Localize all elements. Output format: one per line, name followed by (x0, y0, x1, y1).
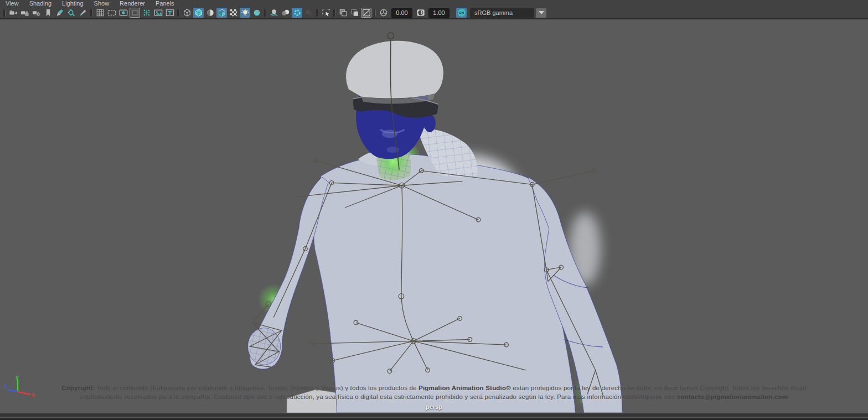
toolbar-separator (316, 9, 318, 17)
depth-of-field-icon[interactable] (280, 8, 291, 18)
menu-shading[interactable]: Shading (29, 0, 51, 7)
xray-active-icon[interactable] (349, 8, 360, 18)
view-transform-dropdown[interactable]: sRGB gamma (470, 8, 534, 18)
isolate-select-icon[interactable] (321, 8, 331, 18)
shadows-icon[interactable] (251, 8, 262, 18)
gate-mask-icon[interactable] (130, 8, 140, 18)
grease-pencil-icon[interactable] (54, 8, 65, 18)
exposure-field[interactable] (391, 8, 412, 18)
lighting-icon[interactable] (240, 8, 250, 18)
image-plane-icon[interactable] (153, 8, 163, 18)
screen-space-ao-icon[interactable] (268, 8, 279, 18)
flat-shade-icon[interactable] (205, 8, 215, 18)
anti-aliasing-icon[interactable] (292, 8, 302, 18)
camera-name-label: persp (0, 403, 868, 410)
watermark-text-segment: Copyright: (61, 385, 95, 391)
copyright-watermark: Copyright: Todo el contenido (Entiéndase… (0, 383, 868, 401)
watermark-text-segment: contacto@pigmalionanimation.com (677, 393, 788, 400)
axis-y-label: y (16, 374, 19, 380)
3d-viewport[interactable]: Copyright: Todo el contenido (Entiéndase… (0, 19, 868, 413)
pan-zoom-icon[interactable] (66, 8, 76, 18)
xray-icon[interactable] (361, 8, 371, 18)
axis-x-label: x (32, 391, 35, 398)
smooth-shade-icon[interactable] (193, 8, 204, 18)
copyright-line-2: explícitamente reservados para la compañ… (0, 392, 868, 401)
panel-menu-bar: ViewShadingLightingShowRendererPanels (0, 0, 868, 7)
bookmark-icon[interactable] (43, 8, 53, 18)
hud-text-icon[interactable] (164, 8, 175, 18)
color-management-toggle[interactable]: ON (456, 8, 467, 18)
gamma-field[interactable] (428, 8, 450, 18)
menu-view[interactable]: View (6, 0, 19, 7)
toolbar-separator (333, 9, 335, 17)
axis-orientation-gizmo: y x z (4, 374, 35, 401)
menu-renderer[interactable]: Renderer (120, 0, 145, 7)
toolbar-separator (374, 9, 376, 17)
toolbar-separator (3, 9, 6, 17)
wireframe-icon[interactable] (182, 8, 192, 18)
character-model-wireframe (0, 19, 868, 413)
resolution-gate-icon[interactable] (118, 8, 128, 18)
toolbar-separator (90, 9, 92, 17)
camera-attributes-icon[interactable] (31, 8, 42, 18)
gamma-icon (415, 8, 426, 18)
motion-blur-icon[interactable] (303, 8, 314, 18)
toolbar-separator (177, 9, 179, 17)
watermark-text-segment: explícitamente reservados para la compañ… (80, 393, 677, 400)
lock-camera-icon[interactable] (19, 8, 30, 18)
film-gate-icon[interactable] (106, 8, 117, 18)
use-default-material-icon[interactable] (228, 8, 239, 18)
menu-panels[interactable]: Panels (156, 0, 174, 7)
field-chart-icon[interactable] (141, 8, 152, 18)
copyright-line-1: Copyright: Todo el contenido (Entiéndase… (0, 383, 868, 392)
menu-show[interactable]: Show (94, 0, 110, 7)
textured-icon[interactable] (216, 8, 227, 18)
toolbar-separator (264, 9, 266, 17)
panel-toolbar-chrome: ViewShadingLightingShowRendererPanels ON… (0, 0, 868, 19)
paint-tool-icon[interactable] (78, 8, 88, 18)
panel-bottom-border (0, 413, 868, 420)
watermark-text-segment: Todo el contenido (Entiéndase por conten… (95, 385, 418, 391)
panel-toolbar: ONsRGB gamma (0, 7, 868, 18)
menu-lighting[interactable]: Lighting (62, 0, 84, 7)
view-transform-dropdown-arrow[interactable] (536, 8, 546, 18)
chevron-down-icon (539, 11, 544, 14)
axis-z-label: z (4, 383, 8, 390)
grid-icon[interactable] (95, 8, 105, 18)
exposure-icon (378, 8, 389, 18)
xray-joints-icon[interactable] (338, 8, 348, 18)
watermark-text-segment: Pigmalion Animation Studio® (418, 385, 511, 391)
on-badge: ON (458, 9, 466, 17)
select-camera-icon[interactable] (8, 8, 18, 18)
watermark-text-segment: están protegidos por la ley de derecho d… (511, 385, 807, 391)
